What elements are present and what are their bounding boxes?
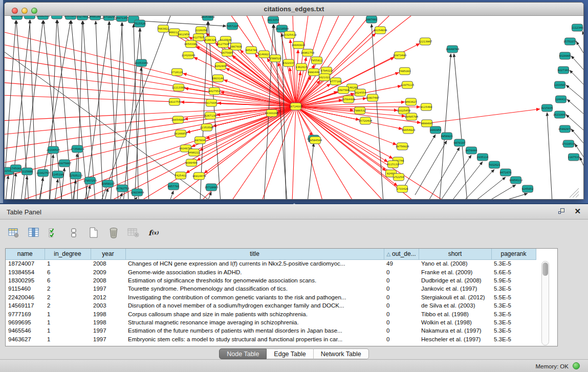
graph-node[interactable]: 16782753: [116, 185, 129, 192]
table-cell[interactable]: Tourette syndrome. Phenomenology and cla…: [125, 285, 384, 293]
graph-node[interactable]: 19654985: [171, 116, 185, 123]
table-cell[interactable]: Corpus callosum shape and size in male p…: [125, 310, 384, 318]
table-cell[interactable]: 2012: [91, 293, 125, 301]
graph-node[interactable]: 2935114: [476, 154, 489, 161]
graph-node[interactable]: 7663822: [157, 25, 169, 32]
table-cell[interactable]: Genome-wide association studies in ADHD.: [125, 268, 384, 276]
graph-node[interactable]: 8958923: [441, 133, 452, 140]
graph-node[interactable]: 15718485: [205, 184, 218, 191]
column-header-year[interactable]: year: [91, 249, 125, 259]
graph-node[interactable]: 9466160: [89, 16, 101, 20]
table-cell[interactable]: Franke et al. (2009): [419, 268, 491, 276]
graph-node[interactable]: 7857224: [226, 23, 238, 30]
table-cell[interactable]: 5.3E-5: [491, 301, 536, 310]
table-cell[interactable]: 5.6E-5: [491, 268, 536, 276]
graph-node[interactable]: 8912954: [178, 31, 190, 38]
graph-node[interactable]: 17016534: [562, 140, 576, 147]
table-cell[interactable]: Yano et al. (2008): [419, 259, 491, 268]
graph-node[interactable]: 1112346: [571, 24, 583, 31]
table-cell[interactable]: 0: [384, 318, 419, 326]
graph-node[interactable]: 2887682: [365, 16, 377, 23]
table-cell[interactable]: 9115460: [6, 285, 45, 293]
graph-node[interactable]: 9899695: [421, 120, 432, 127]
table-row[interactable]: 2242004622012Investigating the contribut…: [6, 293, 536, 301]
graph-node[interactable]: 9329965: [559, 52, 571, 59]
graph-node[interactable]: 12505113: [69, 172, 82, 179]
graph-node[interactable]: 10958107: [101, 180, 115, 187]
graph-node[interactable]: 1624554: [354, 89, 366, 96]
graph-node[interactable]: 16053809: [201, 16, 214, 20]
table-cell[interactable]: Disruption of a novel member of a sodium…: [125, 301, 384, 310]
graph-node[interactable]: 7955812: [311, 57, 322, 64]
graph-node[interactable]: 8115132: [387, 161, 399, 168]
table-cell[interactable]: Structural magnetic resonance image aver…: [125, 318, 384, 326]
table-cell[interactable]: 0: [384, 301, 419, 310]
table-cell[interactable]: 5.3E-5: [491, 310, 536, 318]
table-cell[interactable]: 9777169: [6, 310, 45, 318]
graph-node[interactable]: 6497568: [337, 86, 349, 94]
table-cell[interactable]: Changes of HCN gene expression and I(f) …: [125, 259, 384, 268]
graph-node[interactable]: 10719155: [102, 16, 116, 20]
graph-node[interactable]: 20053346: [135, 59, 148, 67]
graph-node[interactable]: 1167533: [568, 154, 579, 161]
graph-node[interactable]: 19584564: [309, 137, 322, 144]
table-cell[interactable]: 1998: [91, 318, 125, 326]
tab-network-table[interactable]: Network Table: [314, 348, 369, 359]
table-cell[interactable]: 0: [384, 335, 419, 343]
table-cell[interactable]: 1: [45, 318, 91, 326]
graph-node[interactable]: 9227341: [557, 67, 569, 74]
table-cell[interactable]: 2009: [91, 268, 125, 276]
graph-node[interactable]: 12213383: [172, 84, 185, 91]
graph-node[interactable]: 9427552: [208, 87, 220, 95]
graph-node[interactable]: 13325419: [283, 31, 296, 38]
table-row[interactable]: 946362711997Embryonic stem cells: a mode…: [6, 335, 536, 343]
graph-node[interactable]: 15751074: [563, 38, 577, 45]
graph-node[interactable]: 1640954: [429, 126, 442, 134]
graph-node[interactable]: 15720404: [359, 117, 373, 124]
graph-node[interactable]: 16154838: [374, 27, 387, 34]
graph-node[interactable]: 10807487: [366, 94, 379, 101]
graph-node[interactable]: 10975887: [58, 160, 71, 167]
toggle-rows-button[interactable]: [67, 226, 80, 239]
column-header-in-degree[interactable]: in_degree: [45, 249, 91, 259]
table-cell[interactable]: 0: [384, 268, 419, 276]
graph-node[interactable]: 9474444: [465, 147, 477, 154]
graph-node[interactable]: 6794022: [320, 67, 332, 74]
table-cell[interactable]: Embryonic stem cells: a model to study s…: [125, 335, 384, 343]
table-cell[interactable]: 18724007: [6, 259, 45, 268]
graph-node[interactable]: 1527602: [76, 16, 88, 20]
table-cell[interactable]: 5.3E-5: [491, 259, 536, 268]
table-cell[interactable]: 5.5E-5: [491, 293, 536, 301]
table-cell[interactable]: Hescheler et al. (1997): [419, 335, 491, 343]
function-builder-button[interactable]: f(x): [147, 226, 160, 239]
network-canvas[interactable]: 1405572420691406106532471527602946616010…: [5, 16, 583, 200]
table-cell[interactable]: 9465546: [6, 326, 45, 335]
table-cell[interactable]: 2: [45, 285, 91, 293]
table-cell[interactable]: 5.3E-5: [491, 318, 536, 326]
graph-node[interactable]: 9099489: [185, 159, 197, 166]
graph-node[interactable]: 1203587: [554, 81, 565, 89]
table-cell[interactable]: Wolkin et al. (1998): [419, 318, 491, 326]
table-row[interactable]: 1938455462009Genome-wide association stu…: [6, 268, 536, 276]
table-cell[interactable]: 19384554: [6, 268, 45, 276]
graph-node[interactable]: 7515526: [134, 20, 145, 27]
graph-node[interactable]: 16210643: [553, 111, 567, 118]
column-header-name[interactable]: name: [6, 249, 45, 259]
graph-node[interactable]: 8813054: [267, 16, 279, 24]
table-cell[interactable]: 2: [45, 301, 91, 310]
table-row[interactable]: 911546021997Tourette syndrome. Phenomeno…: [6, 285, 536, 293]
graph-node[interactable]: 8990448: [308, 69, 319, 76]
graph-node[interactable]: 16914479: [192, 172, 206, 180]
table-cell[interactable]: 2003: [91, 301, 125, 310]
table-cell[interactable]: 6: [45, 276, 91, 285]
graph-node[interactable]: 19166857: [174, 130, 187, 137]
table-cell[interactable]: 2008: [91, 276, 125, 285]
memory-status-indicator[interactable]: [573, 362, 580, 369]
graph-node[interactable]: [25, 16, 35, 19]
graph-node[interactable]: 9857791: [167, 183, 179, 190]
table-cell[interactable]: 0: [384, 293, 419, 301]
graph-node[interactable]: 8186328: [204, 36, 216, 43]
table-cell[interactable]: Nakamura et al. (1997): [419, 326, 491, 335]
resize-grip[interactable]: [570, 188, 579, 198]
graph-node[interactable]: 8471676: [499, 169, 511, 176]
